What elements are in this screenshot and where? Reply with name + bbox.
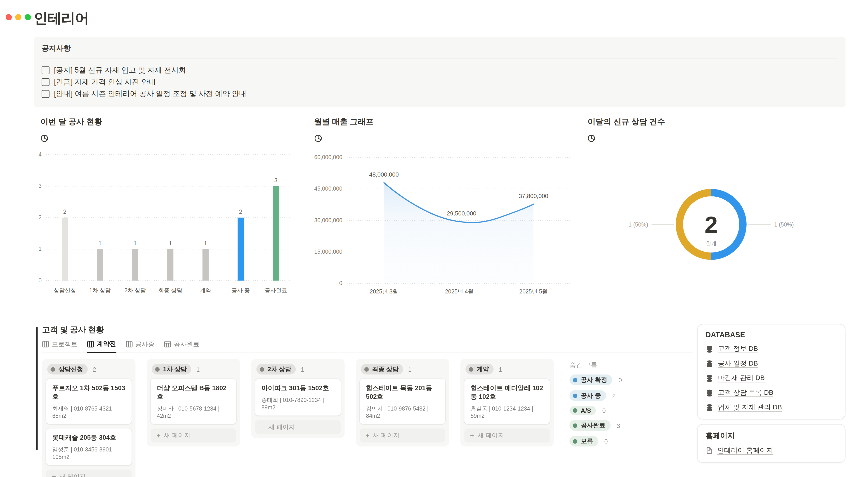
svg-text:0: 0 <box>38 277 41 284</box>
db-link[interactable]: 업체 및 자재 관리 DB <box>718 403 782 412</box>
new-page-button[interactable]: + 새 페이지 <box>464 428 550 442</box>
svg-text:2025년 3월: 2025년 3월 <box>370 288 398 295</box>
kanban-card[interactable]: 롯데캐슬 205동 304호 임성준 | 010-3456-8901 | 105… <box>46 428 131 465</box>
kanban-card[interactable]: 아이파크 301동 1502호 송태희 | 010-7890-1234 | 89… <box>255 379 341 416</box>
svg-text:3: 3 <box>38 183 41 189</box>
new-page-label: 새 페이지 <box>373 431 399 440</box>
column-status-pill[interactable]: 2차 상담 <box>256 364 296 375</box>
notion-window: 인테리어 공지사항 [공지] 5월 신규 자재 입고 및 자재 전시회 [긴급]… <box>0 0 868 477</box>
status-dot <box>260 367 264 371</box>
kanban-column-상담신청: 상담신청 2 푸르지오 1차 502동 1503호 최재영 | 010-8765… <box>42 359 135 477</box>
bar-최종상담[interactable] <box>167 249 174 280</box>
hidden-group-label: 공사완료 <box>581 421 605 429</box>
status-dot <box>573 439 577 443</box>
chart-title: 이번 달 공사 현황 <box>40 117 298 127</box>
svg-text:60,000,000: 60,000,000 <box>314 154 342 160</box>
kanban-card[interactable]: 푸르지오 1차 502동 1503호 최재영 | 010-8765-4321 |… <box>46 379 131 424</box>
tab-공사완료[interactable]: 공사완료 <box>164 339 199 352</box>
hidden-group-pill[interactable]: 공사 확정 <box>569 375 612 385</box>
bar-계약[interactable] <box>203 249 209 280</box>
svg-text:최종 상담: 최종 상담 <box>158 287 182 293</box>
hidden-group-pill[interactable]: A/S <box>569 406 596 415</box>
hidden-group-count: 3 <box>617 422 620 429</box>
svg-text:45,000,000: 45,000,000 <box>314 185 342 192</box>
plus-icon: + <box>156 433 160 439</box>
checkbox[interactable] <box>41 90 50 98</box>
hidden-group-pill[interactable]: 공사완료 <box>569 420 611 431</box>
db-link[interactable]: 공사 일정 DB <box>718 359 758 368</box>
hidden-group-label: 보류 <box>581 437 593 445</box>
database-icon <box>706 404 713 412</box>
db-link[interactable]: 고객 정보 DB <box>718 344 758 354</box>
column-status-pill[interactable]: 1차 상담 <box>152 364 191 375</box>
homepage-link[interactable]: 인테리어 홈페이지 <box>717 446 773 455</box>
hidden-group-label: 공사 확정 <box>581 376 607 384</box>
notice-callout: 공지사항 [공지] 5월 신규 자재 입고 및 자재 전시회 [긴급] 자재 가… <box>34 37 845 107</box>
new-page-label: 새 페이지 <box>59 472 86 477</box>
hidden-group-row: 공사완료 3 <box>569 420 622 431</box>
bar-1차상담[interactable] <box>97 249 103 280</box>
close-window-button[interactable] <box>6 14 12 20</box>
kanban-card[interactable]: 힐스테이트 메디알레 102동 102호 홍길동 | 010-1234-1234… <box>464 379 550 424</box>
new-page-button[interactable]: + 새 페이지 <box>46 470 131 477</box>
svg-text:30,000,000: 30,000,000 <box>314 217 342 223</box>
new-page-button[interactable]: + 새 페이지 <box>151 428 236 442</box>
svg-text:15,000,000: 15,000,000 <box>314 248 342 255</box>
kanban-card[interactable]: 힐스테이트 목동 201동 502호 김민지 | 010-9876-5432 |… <box>360 379 445 424</box>
bar-상담신청[interactable] <box>62 218 68 281</box>
svg-text:1: 1 <box>133 240 137 247</box>
card-meta: 송태희 | 010-7890-1234 | 89m2 <box>261 396 334 411</box>
column-divider-line[interactable] <box>36 327 37 450</box>
window-controls <box>6 14 31 20</box>
kanban-column-계약: 계약 1 힐스테이트 메디알레 102동 102호 홍길동 | 010-1234… <box>460 359 554 446</box>
svg-text:1: 1 <box>98 240 102 247</box>
column-name: 상담신청 <box>59 365 83 373</box>
todo-item: [긴급] 자재 가격 인상 사전 안내 <box>41 76 838 88</box>
svg-text:1: 1 <box>168 240 172 247</box>
status-dot <box>573 408 577 413</box>
homepage-card-title: 홈페이지 <box>706 431 837 441</box>
divider <box>41 59 838 59</box>
db-link-row: 고객 상담 목록 DB <box>706 388 837 397</box>
bar-공사중[interactable] <box>238 218 244 281</box>
svg-text:공사 중: 공사 중 <box>231 287 250 293</box>
db-link[interactable]: 마감재 관리 DB <box>718 374 765 383</box>
db-link[interactable]: 고객 상담 목록 DB <box>718 388 773 397</box>
card-meta: 정미라 | 010-5678-1234 | 42m2 <box>157 405 230 420</box>
zoom-window-button[interactable] <box>25 14 31 20</box>
status-dot <box>573 378 577 382</box>
new-page-button[interactable]: + 새 페이지 <box>360 428 445 442</box>
kanban-section: DATABASE 고객 정보 DB 공사 일정 DB <box>34 325 845 477</box>
tab-공사중[interactable]: 공사중 <box>126 339 155 352</box>
status-dot <box>573 423 577 428</box>
hidden-group-label: A/S <box>581 407 591 414</box>
svg-text:0: 0 <box>339 280 342 286</box>
hidden-group-pill[interactable]: 공사 중 <box>569 390 606 401</box>
table-view-icon <box>164 341 171 348</box>
hidden-groups: 숨긴 그룹 공사 확정 0 공사 중 2 <box>569 359 622 446</box>
database-icon <box>706 360 713 367</box>
column-status-pill[interactable]: 상담신청 <box>47 364 88 375</box>
bar-공사완료[interactable] <box>273 186 279 280</box>
checkbox[interactable] <box>41 66 50 74</box>
kanban-card[interactable]: 더샵 오피스텔 B동 1802호 정미라 | 010-5678-1234 | 4… <box>151 379 236 424</box>
todo-item: [안내] 여름 시즌 인테리어 공사 일정 조정 및 사전 예약 안내 <box>41 88 838 99</box>
hidden-group-row: 공사 중 2 <box>569 390 622 401</box>
tab-label: 프로젝트 <box>52 340 78 348</box>
tab-프로젝트[interactable]: 프로젝트 <box>42 339 78 352</box>
new-page-button[interactable]: + 새 페이지 <box>255 420 341 434</box>
svg-text:2: 2 <box>63 208 66 215</box>
svg-text:2: 2 <box>38 214 41 220</box>
minimize-window-button[interactable] <box>15 14 21 20</box>
hidden-group-pill[interactable]: 보류 <box>569 436 598 446</box>
checkbox[interactable] <box>41 78 50 86</box>
card-title: 롯데캐슬 205동 304호 <box>52 434 125 442</box>
column-status-pill[interactable]: 최종 상담 <box>361 364 403 375</box>
hidden-group-count: 2 <box>612 392 616 399</box>
tab-label: 공사완료 <box>174 340 199 348</box>
page-icon <box>706 447 713 454</box>
column-status-pill[interactable]: 계약 <box>465 364 493 375</box>
bar-2차상담[interactable] <box>132 249 138 280</box>
tab-계약전[interactable]: 계약전 <box>87 339 116 353</box>
board-view-icon <box>126 341 132 348</box>
